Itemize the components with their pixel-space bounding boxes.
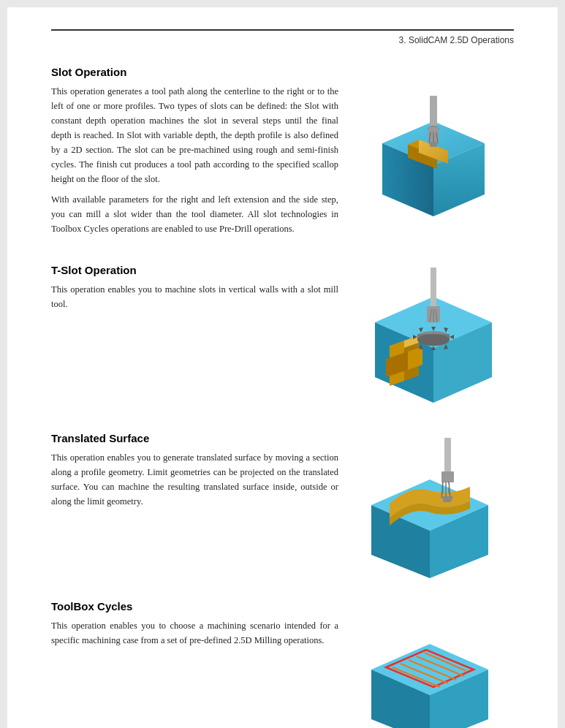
svg-rect-41 (441, 471, 454, 482)
toolbox-cycles-text: ToolBox Cycles This operation enables yo… (51, 600, 353, 728)
t-slot-text: T-Slot Operation This operation enables … (51, 264, 353, 410)
toolbox-cycles-section: ToolBox Cycles This operation enables yo… (51, 600, 514, 728)
slot-operation-section: Slot Operation This operation generates … (51, 66, 514, 242)
translated-surface-para-1: This operation enables you to generate t… (51, 450, 338, 509)
slot-operation-heading: Slot Operation (51, 66, 338, 78)
page-header: 3. SolidCAM 2.5D Operations (51, 29, 514, 45)
toolbox-cycles-heading: ToolBox Cycles (51, 600, 338, 613)
slot-operation-text: Slot Operation This operation generates … (51, 66, 353, 242)
header-title: 3. SolidCAM 2.5D Operations (399, 35, 514, 45)
t-slot-svg (360, 264, 507, 410)
t-slot-heading: T-Slot Operation (51, 264, 338, 276)
toolbox-cycles-image (353, 600, 514, 728)
svg-rect-21 (431, 268, 436, 308)
translated-surface-svg (360, 432, 507, 578)
t-slot-section: T-Slot Operation This operation enables … (51, 264, 514, 410)
page: 3. SolidCAM 2.5D Operations Slot Operati… (7, 7, 558, 728)
slot-operation-para-1: This operation generates a tool path alo… (51, 84, 338, 186)
translated-surface-heading: Translated Surface (51, 432, 338, 444)
translated-surface-image (353, 432, 514, 578)
slot-operation-svg (360, 92, 507, 216)
svg-rect-6 (430, 96, 437, 129)
toolbox-cycles-svg (360, 600, 507, 728)
t-slot-image (353, 264, 514, 410)
translated-surface-text: Translated Surface This operation enable… (51, 432, 353, 578)
svg-rect-40 (444, 438, 451, 473)
slot-operation-image (353, 66, 514, 242)
t-slot-para-1: This operation enables you to machine sl… (51, 282, 338, 311)
svg-point-28 (417, 334, 450, 346)
translated-surface-section: Translated Surface This operation enable… (51, 432, 514, 578)
slot-operation-para-2: With available parameters for the right … (51, 192, 338, 236)
toolbox-cycles-para-1: This operation enables you to choose a m… (51, 618, 338, 648)
